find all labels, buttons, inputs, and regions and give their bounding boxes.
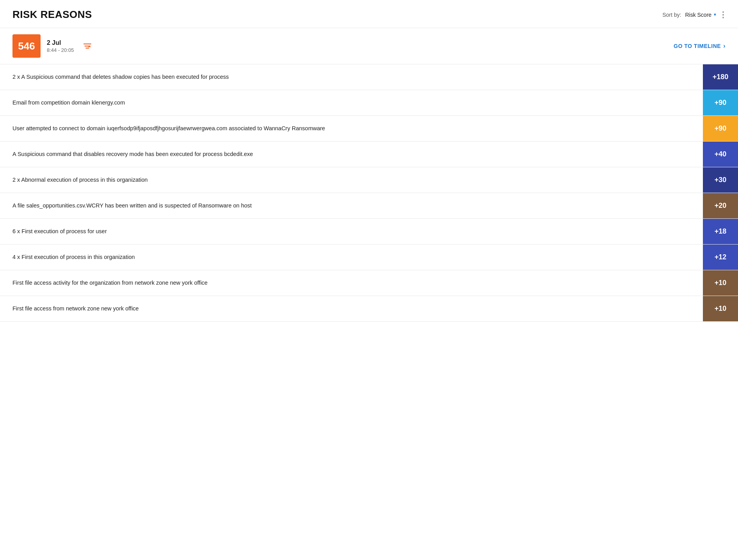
risk-item-text: 2 x Abnormal execution of process in thi… (0, 167, 703, 193)
sort-controls: Sort by: Risk Score ▼ (662, 10, 726, 20)
risk-item: 6 x First execution of process for user+… (0, 219, 738, 245)
risk-item: First file access from network zone new … (0, 296, 738, 322)
go-to-timeline-label: GO TO TIMELINE (674, 43, 721, 49)
sub-header: 546 2 Jul 8:44 - 20:05 GO TO TIMELINE › (0, 28, 738, 64)
risk-item-score: +12 (703, 245, 738, 270)
risk-item: A Suspicious command that disables recov… (0, 142, 738, 167)
risk-score-badge: 546 (12, 34, 41, 58)
arrow-right-icon: › (723, 43, 726, 50)
risk-item-score: +90 (703, 116, 738, 141)
risk-item-text: A file sales_opportunities.csv.WCRY has … (0, 193, 703, 218)
risk-item: User attempted to connect to domain iuqe… (0, 116, 738, 142)
risk-item-text: User attempted to connect to domain iuqe… (0, 116, 703, 141)
more-options-icon[interactable] (721, 10, 726, 20)
risk-item-score: +30 (703, 167, 738, 193)
sub-header-left: 546 2 Jul 8:44 - 20:05 (12, 34, 92, 58)
risk-item-score: +40 (703, 142, 738, 167)
risk-item-text: First file access from network zone new … (0, 296, 703, 321)
risk-item-score: +20 (703, 193, 738, 218)
risk-item: 4 x First execution of process in this o… (0, 245, 738, 270)
risk-list: 2 x A Suspicious command that deletes sh… (0, 64, 738, 322)
risk-item-score: +180 (703, 64, 738, 90)
sort-label: Sort by: (662, 12, 681, 18)
page-header: RISK REASONS Sort by: Risk Score ▼ (0, 0, 738, 28)
filter-icon[interactable] (83, 43, 92, 50)
risk-item-text: 4 x First execution of process in this o… (0, 245, 703, 270)
risk-item-text: First file access activity for the organ… (0, 270, 703, 296)
page-title: RISK REASONS (12, 9, 92, 21)
risk-item: A file sales_opportunities.csv.WCRY has … (0, 193, 738, 219)
risk-item-score: +18 (703, 219, 738, 244)
risk-item-text: 6 x First execution of process for user (0, 219, 703, 244)
sort-value: Risk Score (685, 12, 711, 18)
event-time-range: 8:44 - 20:05 (47, 47, 74, 53)
risk-item: Email from competition domain klenergy.c… (0, 90, 738, 116)
risk-item: 2 x Abnormal execution of process in thi… (0, 167, 738, 193)
chevron-down-icon: ▼ (713, 12, 717, 17)
go-to-timeline-link[interactable]: GO TO TIMELINE › (674, 43, 726, 50)
risk-item: First file access activity for the organ… (0, 270, 738, 296)
date-info: 2 Jul 8:44 - 20:05 (47, 39, 74, 53)
risk-item-text: A Suspicious command that disables recov… (0, 142, 703, 167)
risk-item-text: 2 x A Suspicious command that deletes sh… (0, 64, 703, 90)
risk-item-score: +90 (703, 90, 738, 115)
risk-item-score: +10 (703, 296, 738, 321)
risk-item-text: Email from competition domain klenergy.c… (0, 90, 703, 115)
sort-dropdown[interactable]: Risk Score ▼ (685, 12, 717, 18)
risk-item: 2 x A Suspicious command that deletes sh… (0, 64, 738, 90)
event-date: 2 Jul (47, 39, 74, 46)
risk-item-score: +10 (703, 270, 738, 296)
